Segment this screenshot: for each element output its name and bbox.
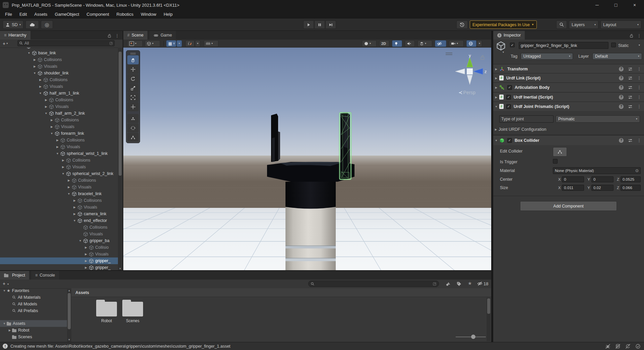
help-icon[interactable]: ?	[619, 76, 624, 80]
orientation-gizmo[interactable]: y z	[451, 53, 488, 90]
hierarchy-item-gripper-[interactable]: ▶gripper_	[0, 264, 118, 271]
component-urdf-joint-prismatic-script-[interactable]: ▼#✓Urdf Joint Prismatic (Script)?⋮	[493, 102, 644, 111]
open-search-window-icon[interactable]	[433, 282, 437, 286]
size-x-field[interactable]: 0.011	[562, 185, 584, 191]
fold-closed-icon[interactable]: ▶	[50, 125, 54, 128]
component-transform[interactable]: ▶Transform?⋮	[493, 64, 644, 73]
add-object-button[interactable]: +	[3, 41, 5, 46]
presets-icon[interactable]	[628, 104, 633, 109]
fold-closed-icon[interactable]: ▶	[38, 85, 43, 88]
hierarchy-item-visuals[interactable]: ▶Visuals	[0, 164, 118, 170]
static-checkbox[interactable]	[611, 43, 616, 47]
assets-breadcrumb[interactable]: Assets	[71, 288, 491, 297]
hierarchy-item-collisions[interactable]: ▶Collisions	[0, 157, 118, 164]
hierarchy-item-gripper-ba[interactable]: ▼gripper_ba	[0, 237, 118, 244]
fold-closed-icon[interactable]: ▶	[61, 165, 65, 169]
snap-magnet-caret[interactable]: ▾	[195, 40, 200, 47]
slider-thumb[interactable]	[471, 335, 475, 339]
account-button[interactable]: SD▾	[3, 20, 23, 29]
rect-tool-button[interactable]	[127, 93, 139, 102]
presets-icon[interactable]	[628, 76, 633, 80]
hierarchy-item-half-arm-1-link[interactable]: ▼half_arm_1_link	[0, 90, 118, 97]
lock-icon[interactable]	[629, 34, 634, 38]
kebab-menu-icon[interactable]: ⋮	[115, 33, 119, 38]
fold-closed-icon[interactable]: ▶	[67, 179, 71, 182]
help-icon[interactable]: ?	[619, 95, 624, 100]
fold-open-icon[interactable]: ▼	[67, 192, 71, 195]
transform-tool-button[interactable]	[127, 102, 139, 111]
project-tree-assets[interactable]: ▼Assets	[0, 320, 67, 327]
gizmos-button[interactable]	[466, 40, 476, 47]
hierarchy-search-input[interactable]: All	[17, 40, 115, 46]
help-icon[interactable]: ?	[619, 67, 624, 71]
layout-dropdown[interactable]: Layout▾	[600, 20, 641, 29]
fold-closed-icon[interactable]: ▶	[44, 98, 48, 102]
hierarchy-item-shoulder-link[interactable]: ▼shoulder_link	[0, 70, 118, 76]
favorites-filter-icon[interactable]: ★	[468, 281, 472, 286]
2d-toggle-button[interactable]: 2D	[379, 40, 389, 47]
tab-hierarchy[interactable]: ≡ Hierarchy	[0, 31, 30, 40]
kebab-menu-icon[interactable]: ⋮	[637, 66, 641, 71]
autorefresh-disabled-icon[interactable]	[625, 344, 631, 349]
move-tool-button[interactable]	[127, 65, 139, 74]
joint-type-dropdown[interactable]: Prismatic▾	[556, 115, 640, 123]
add-component-button[interactable]: Add Component	[520, 201, 617, 211]
filter-by-type-icon[interactable]	[446, 281, 451, 287]
joint-config-row[interactable]: ▶ Joint URDF Configuration	[493, 126, 644, 133]
increment-snap-button[interactable]: ▾	[204, 40, 218, 47]
component-enabled-checkbox[interactable]: ✓	[507, 138, 512, 143]
filter-by-label-icon[interactable]	[456, 281, 462, 287]
fold-open-icon[interactable]: ▼	[72, 219, 77, 222]
presets-icon[interactable]	[628, 67, 633, 71]
scale-tool-button[interactable]	[127, 83, 139, 93]
edit-collider-tool-button[interactable]	[127, 133, 139, 142]
pause-button[interactable]	[314, 20, 325, 29]
tag-dropdown[interactable]: Untagged▾	[521, 53, 573, 60]
minimize-button[interactable]: ─	[588, 0, 606, 10]
tab-inspector[interactable]: i Inspector	[493, 31, 525, 40]
experimental-packages-button[interactable]: Experimental Packages In Use▼	[470, 20, 537, 29]
component-enabled-checkbox[interactable]: ✓	[506, 104, 511, 109]
project-tree-all-prefabs[interactable]: All Prefabs	[0, 307, 67, 314]
hand-tool-button[interactable]	[127, 55, 139, 64]
menu-robotics[interactable]: Robotics	[113, 10, 137, 18]
collab-button[interactable]: ◎	[41, 20, 53, 29]
fold-arrow-icon[interactable]: ▶	[7, 329, 12, 332]
fold-open-icon[interactable]: ▼	[21, 48, 25, 48]
layers-dropdown[interactable]: Layers▾	[569, 20, 598, 29]
presets-icon[interactable]	[628, 95, 633, 100]
hierarchy-item-visuals[interactable]: ▶Visuals	[0, 184, 118, 190]
search-button[interactable]	[556, 20, 567, 29]
fold-closed-icon[interactable]: ▶	[33, 65, 37, 68]
custom-tool-rotate-button[interactable]	[127, 123, 139, 132]
kebab-menu-icon[interactable]: ⋮	[637, 85, 641, 90]
active-checkbox[interactable]: ✓	[510, 43, 515, 47]
fold-closed-icon[interactable]: ▶	[84, 266, 88, 269]
fold-arrow-icon[interactable]: ▼	[2, 289, 7, 292]
hierarchy-item-collisions[interactable]: ▶Collisions	[0, 137, 118, 143]
cloud-button[interactable]	[25, 20, 39, 29]
component-urdf-inertial-script-[interactable]: ▶#✓Urdf Inertial (Script)?⋮	[493, 92, 644, 102]
project-tree-scenes[interactable]: Scenes	[0, 334, 67, 340]
asset-folder-robot[interactable]: Robot	[92, 300, 121, 323]
kebab-menu-icon[interactable]: ⋮	[637, 104, 641, 109]
gameobject-name-field[interactable]: gripper_finger2_finger_tip_link	[519, 42, 608, 49]
hierarchy-item-visuals[interactable]: ▶Visuals	[0, 143, 118, 150]
maximize-button[interactable]: □	[606, 0, 625, 10]
fold-closed-icon[interactable]: ▶	[61, 159, 65, 162]
fold-closed-icon[interactable]: ▶	[33, 58, 37, 61]
hierarchy-item-spherical-wrist-2-link[interactable]: ▼spherical_wrist_2_link	[0, 170, 118, 177]
hierarchy-item-forearm-link[interactable]: ▼forearm_link	[0, 130, 118, 137]
overlay-drag-handle[interactable]	[126, 52, 140, 55]
project-tree-scrollbar[interactable]: ▲ ▼	[67, 288, 71, 342]
scroll-down-icon[interactable]: ▼	[67, 338, 71, 341]
fold-arrow-icon[interactable]: ▼	[2, 322, 7, 325]
hierarchy-item-collisio[interactable]: ▶Collisio	[0, 244, 118, 251]
files-scrollbar[interactable]: ▼	[487, 298, 491, 341]
project-tree-all-materials[interactable]: All Materials	[0, 294, 67, 301]
hierarchy-item-visuals[interactable]: ▶Visuals	[0, 204, 118, 211]
fold-closed-icon[interactable]: ▶	[44, 105, 48, 108]
camera-settings-button[interactable]: ▾	[449, 40, 464, 47]
fold-closed-icon[interactable]: ▶	[84, 246, 88, 249]
fold-closed-icon[interactable]: ▶	[55, 145, 60, 149]
